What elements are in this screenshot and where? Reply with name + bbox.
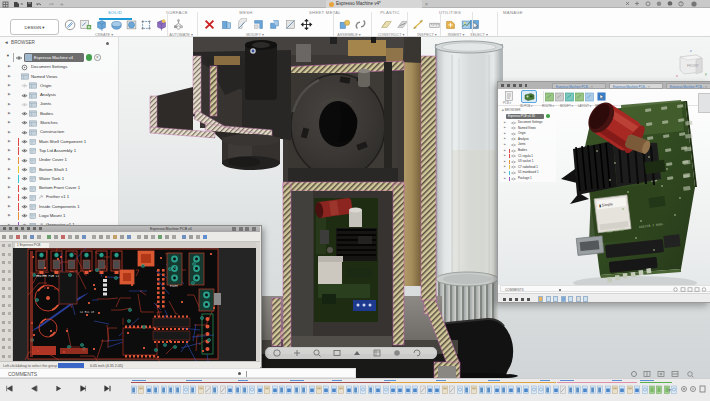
svg-text:POWER: POWER xyxy=(170,285,178,288)
svg-text:FRONT: FRONT xyxy=(687,64,699,68)
svg-text:x: x xyxy=(676,74,678,78)
svg-text:z: z xyxy=(690,49,692,53)
svg-text:?: ? xyxy=(680,2,682,6)
svg-text:C4 R11 U3: C4 R11 U3 xyxy=(80,311,94,314)
svg-text:y: y xyxy=(705,72,707,76)
